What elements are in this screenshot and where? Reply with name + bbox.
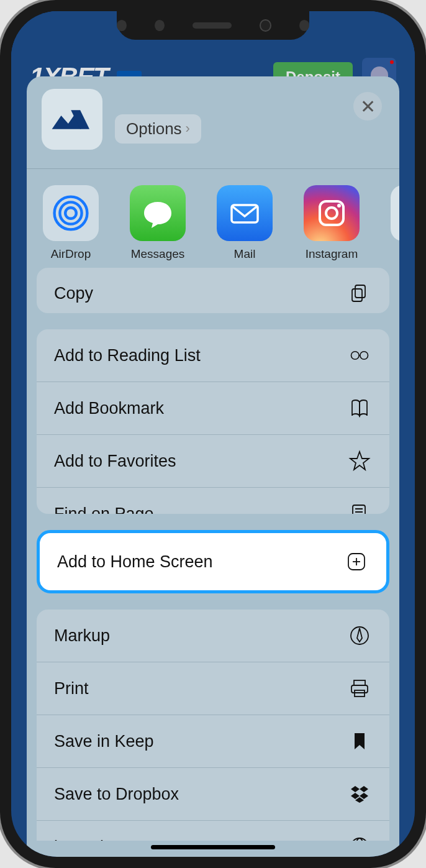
share-app-airdrop[interactable]: AirDrop	[43, 185, 99, 252]
svg-rect-20	[354, 680, 365, 685]
svg-rect-8	[352, 289, 362, 301]
share-site-icon	[42, 89, 102, 150]
action-label: Add to Home Screen	[57, 552, 213, 572]
action-find-on-page[interactable]: Find on Page	[37, 487, 389, 514]
svg-point-5	[326, 208, 337, 219]
svg-rect-21	[351, 685, 368, 693]
page-search-icon	[347, 501, 372, 514]
action-label: Markup	[54, 626, 110, 646]
copy-icon	[347, 281, 372, 306]
share-app-gmail[interactable]: G	[391, 185, 399, 252]
action-label: Add to Reading List	[54, 346, 201, 365]
svg-rect-22	[355, 690, 365, 697]
messages-icon	[130, 185, 186, 241]
action-label: Copy	[54, 284, 93, 303]
share-app-label: Instagram	[304, 247, 360, 261]
svg-point-0	[65, 208, 76, 219]
svg-rect-7	[355, 285, 365, 298]
mail-icon	[217, 185, 273, 241]
book-icon	[347, 396, 372, 421]
share-app-label: Messages	[130, 247, 186, 261]
home-indicator[interactable]	[151, 845, 275, 849]
dropbox-icon	[347, 782, 372, 806]
bookmark-icon	[347, 729, 372, 754]
action-copy[interactable]: Copy	[37, 268, 389, 314]
action-group-main: Add to Reading List Add Bookmark Add to …	[37, 329, 389, 514]
markup-icon	[347, 623, 372, 648]
share-sheet: Options › ✕ AirDrop	[27, 76, 399, 857]
volume-down	[0, 298, 1, 360]
action-label: Save in Keep	[54, 732, 154, 751]
action-label: Find on Page	[54, 505, 154, 514]
svg-point-6	[337, 204, 341, 208]
action-save-to-dropbox[interactable]: Save to Dropbox	[37, 767, 389, 820]
svg-point-10	[360, 352, 368, 360]
mute-switch	[0, 162, 1, 193]
options-button[interactable]: Options ›	[115, 114, 201, 144]
share-apps-row[interactable]: AirDrop Messages Mail	[27, 169, 399, 268]
share-app-messages[interactable]: Messages	[130, 185, 186, 252]
share-app-instagram[interactable]: Instagram	[304, 185, 360, 252]
action-add-reading-list[interactable]: Add to Reading List	[37, 329, 389, 381]
printer-icon	[347, 676, 372, 701]
action-add-favorites[interactable]: Add to Favorites	[37, 434, 389, 487]
chevron-right-icon: ›	[186, 121, 190, 137]
globe-icon	[347, 834, 372, 841]
share-app-mail[interactable]: Mail	[217, 185, 273, 252]
svg-point-9	[351, 352, 360, 360]
action-print[interactable]: Print	[37, 662, 389, 715]
glasses-icon	[347, 343, 372, 368]
gmail-icon	[391, 185, 399, 241]
share-app-label: Mail	[217, 247, 273, 261]
phone-frame: 1XBET Deposit Options › ✕	[0, 0, 426, 868]
share-app-label: AirDrop	[43, 247, 99, 261]
instagram-icon	[304, 185, 360, 241]
share-app-label: G	[391, 247, 399, 252]
phone-screen: 1XBET Deposit Options › ✕	[11, 11, 415, 857]
action-add-bookmark[interactable]: Add Bookmark	[37, 381, 389, 434]
add-square-icon	[344, 549, 369, 574]
close-icon: ✕	[360, 96, 376, 117]
action-label: Print	[54, 679, 89, 698]
svg-rect-11	[353, 505, 365, 514]
airdrop-icon	[43, 185, 99, 241]
action-label: iTranslate	[54, 838, 127, 841]
action-label: Add to Favorites	[54, 452, 176, 471]
action-markup[interactable]: Markup	[37, 610, 389, 662]
share-sheet-header: Options › ✕	[27, 76, 399, 168]
close-button[interactable]: ✕	[353, 92, 382, 121]
action-label: Add Bookmark	[54, 399, 164, 418]
svg-point-1	[60, 202, 81, 224]
action-group-copy: Copy	[37, 268, 389, 314]
notch	[117, 11, 309, 40]
star-icon	[347, 449, 372, 473]
action-itranslate[interactable]: iTranslate	[37, 820, 389, 841]
options-label: Options	[126, 119, 182, 139]
action-save-in-keep[interactable]: Save in Keep	[37, 715, 389, 767]
action-group-bottom: Markup Print Save in Keep	[37, 610, 389, 841]
volume-up	[0, 217, 1, 280]
action-label: Save to Dropbox	[54, 785, 179, 804]
action-add-home-screen[interactable]: Add to Home Screen	[37, 530, 389, 593]
